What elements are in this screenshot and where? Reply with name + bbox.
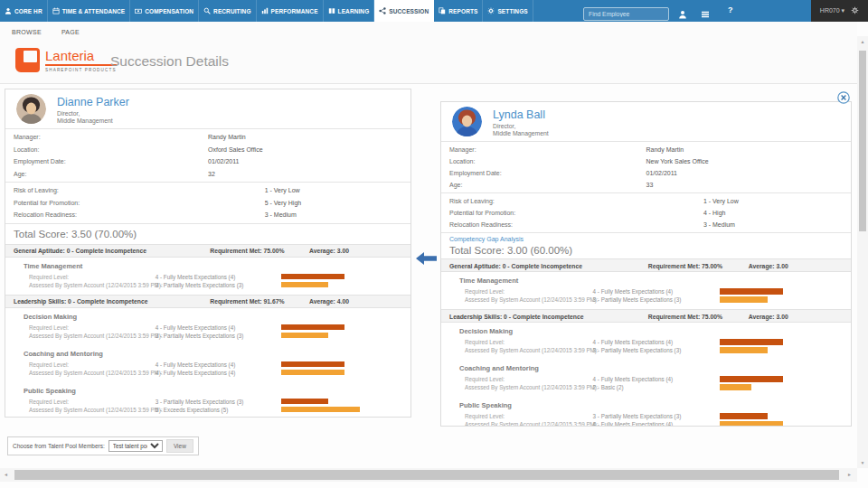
competency-row-label: Required Level:: [465, 339, 505, 345]
field-row: Employment Date:01/02/2011: [5, 155, 410, 168]
level-bar-required: [720, 376, 783, 382]
reports-icon: [439, 7, 446, 14]
scroll-down-icon[interactable]: ▼: [857, 460, 868, 465]
section-average: Average: 3.00: [309, 248, 349, 254]
competency-row-label: Assessed By System Account (12/24/2015 3…: [465, 347, 599, 353]
competency-row-label: Required Level:: [29, 274, 69, 280]
level-bar-assessed: [281, 282, 329, 288]
nav-tabs: CORE HRTIME & ATTENDANCECOMPENSATIONRECR…: [0, 0, 533, 22]
calendar-icon: [52, 7, 60, 14]
account-menu[interactable]: HR070 ▾: [820, 7, 844, 14]
money-icon: [135, 7, 142, 14]
logo-subtext: SHAREPOINT PRODUCTS: [45, 68, 117, 72]
competency-coaching-and-mentoring: Coaching and MentoringRequired Level:4 -…: [441, 360, 851, 397]
nav-tab-reports[interactable]: REPORTS: [434, 0, 483, 22]
nav-tab-settings[interactable]: SETTINGS: [483, 0, 533, 22]
list-icon[interactable]: [701, 6, 710, 23]
user-icon[interactable]: [678, 6, 687, 23]
field-value: 33: [646, 182, 654, 188]
competency-name: Public Speaking: [459, 402, 851, 409]
employee-info-block: Manager:Randy MartinLocation:New York Sa…: [441, 141, 851, 192]
section-requirement-met: Requirement Met: 75.00%: [648, 263, 722, 269]
level-bar-required: [281, 399, 329, 405]
competency-level-text: 4 - Fully Meets Expectations (4): [156, 361, 236, 368]
person-icon: [5, 7, 12, 14]
competency-name: Coaching and Mentoring: [459, 365, 851, 372]
scroll-up-icon[interactable]: ▲: [857, 39, 868, 44]
competency-row-required: Required Level:4 - Fully Meets Expectati…: [5, 324, 410, 332]
lanteria-logo[interactable]: Lanteria SHAREPOINT PRODUCTS: [15, 48, 117, 72]
competency-row-required: Required Level:4 - Fully Meets Expectati…: [5, 361, 410, 369]
level-bar-assessed: [281, 407, 361, 413]
find-employee-input[interactable]: [583, 7, 669, 21]
nav-tab-succession[interactable]: SUCCESSION: [374, 0, 434, 22]
find-employee-box: [583, 4, 669, 17]
competency-level-text: 3 - Partially Meets Expectations (3): [156, 333, 244, 339]
account-corner: HR070 ▾: [811, 0, 868, 22]
book-icon: [328, 7, 335, 14]
competency-gap-analysis-link[interactable]: Competency Gap Analysis: [441, 233, 851, 242]
level-bar-assessed: [720, 296, 768, 303]
competency-row-label: Assessed By System Account (12/24/2015 3…: [465, 384, 599, 390]
competency-decision-making: Decision MakingRequired Level:4 - Fully …: [5, 308, 410, 345]
nav-tab-compensation[interactable]: COMPENSATION: [130, 0, 199, 22]
bar-chart-icon: [261, 7, 269, 14]
field-value: 3 - Medium: [703, 221, 735, 228]
logo-text: Lanteria: [45, 48, 117, 66]
nav-tab-performance[interactable]: PERFORMANCE: [257, 0, 324, 22]
competency-row-label: Required Level:: [29, 361, 69, 368]
top-navigation-bar: CORE HRTIME & ATTENDANCECOMPENSATIONRECR…: [0, 0, 811, 22]
competency-level-text: 4 - Fully Meets Expectations (4): [593, 376, 674, 382]
employee-name-link[interactable]: Dianne Parker: [57, 96, 129, 108]
view-button[interactable]: View: [166, 439, 193, 453]
close-icon[interactable]: [837, 91, 850, 104]
section-header-leadership-skills: Leadership Skills: 0 - Complete Incompet…: [5, 295, 410, 308]
employee-ratings-block: Risk of Leaving:1 - Very LowPotential fo…: [5, 182, 410, 224]
scroll-right-icon[interactable]: ►: [847, 472, 852, 477]
field-label: Location:: [449, 158, 475, 164]
talent-pool-label: Choose from Talent Pool Members:: [13, 443, 105, 449]
competency-row-required: Required Level:4 - Fully Meets Expectati…: [5, 273, 410, 281]
talent-pool-bar: Choose from Talent Pool Members: Test ta…: [7, 436, 199, 455]
competency-row-required: Required Level:4 - Fully Meets Expectati…: [441, 375, 851, 383]
field-value: New York Sales Office: [646, 158, 709, 164]
level-bar-required: [720, 288, 783, 295]
nav-tab-core-hr[interactable]: CORE HR: [0, 0, 48, 22]
level-bar-required: [720, 413, 768, 419]
talent-pool-select[interactable]: Test talent pool: [108, 440, 163, 452]
help-icon[interactable]: ?: [728, 5, 733, 14]
field-value: 4 - High: [703, 210, 726, 216]
vertical-scroll-thumb[interactable]: [859, 51, 866, 231]
ribbon-tab-browse[interactable]: BROWSE: [12, 29, 42, 35]
level-bar-required: [281, 274, 344, 280]
competency-name: Decision Making: [24, 314, 410, 321]
nav-tab-time-attendance[interactable]: TIME & ATTENDANCE: [48, 0, 131, 22]
ribbon-tab-page[interactable]: PAGE: [61, 29, 80, 35]
competency-level-text: 4 - Fully Meets Expectations (4): [156, 324, 236, 331]
horizontal-scroll-thumb[interactable]: [14, 470, 839, 480]
nav-tab-recruiting[interactable]: RECRUITING: [199, 0, 256, 22]
field-row: Location:Oxford Sales Office: [5, 144, 410, 156]
competency-row-assessed: Assessed By System Account (12/24/2015 3…: [5, 369, 410, 377]
competency-row-label: Assessed By System Account (12/24/2015 3…: [465, 296, 599, 303]
vertical-scrollbar[interactable]: ▲ ▼: [857, 36, 868, 468]
field-value: 01/02/2011: [208, 158, 240, 164]
competency-row-label: Required Level:: [29, 324, 69, 331]
field-value: Oxford Sales Office: [208, 146, 263, 153]
employee-name-link[interactable]: Lynda Ball: [493, 108, 549, 121]
employee-identity: Lynda BallDirector,Middle Management: [493, 107, 549, 137]
field-row: Employment Date:01/02/2011: [441, 167, 851, 179]
competency-row-assessed: Assessed By System Account (12/24/2015 3…: [5, 332, 410, 340]
horizontal-scrollbar[interactable]: ◄ ►: [0, 468, 857, 482]
scroll-left-icon[interactable]: ◄: [4, 472, 8, 477]
avatar-photo: [452, 107, 482, 136]
lanteria-logo-mark: [15, 48, 40, 72]
avatar-photo: [16, 94, 46, 124]
competency-row-label: Assessed By System Account (12/24/2015 3…: [29, 282, 163, 288]
competency-row-required: Required Level:4 - Fully Meets Expectati…: [441, 338, 851, 346]
employee-card-dianne-parker: Dianne ParkerDirector,Middle ManagementM…: [5, 89, 411, 418]
gear-icon[interactable]: [851, 6, 859, 15]
total-score: Total Score: 3.00 (60.00%): [441, 242, 851, 258]
competency-time-management: Time ManagementRequired Level:4 - Fully …: [5, 258, 410, 295]
nav-tab-learning[interactable]: LEARNING: [324, 0, 375, 22]
